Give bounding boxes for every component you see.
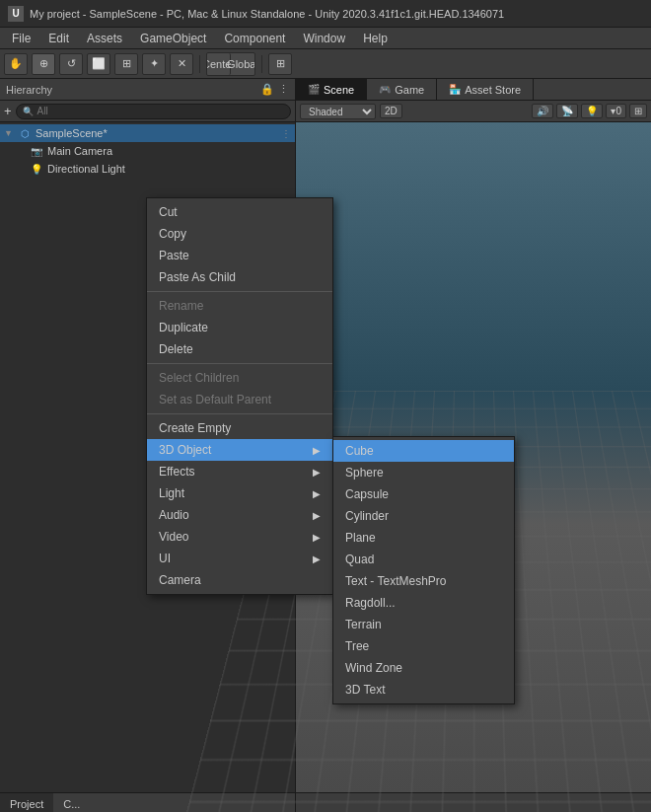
ctx-separator-1 (147, 291, 332, 292)
tree-item-maincamera[interactable]: 📷 Main Camera (0, 142, 295, 160)
ctx-effects-arrow: ▶ (313, 467, 321, 478)
view-toolbar: Shaded Wireframe 2D 🔊 📡 💡 ▾0 ⊞ (296, 101, 651, 122)
sub-cube[interactable]: Cube (333, 440, 514, 462)
hand-tool-button[interactable]: ✋ (4, 53, 28, 75)
gizmos-toggle[interactable]: 💡 (581, 104, 603, 118)
toolbar: ✋ ⊕ ↺ ⬜ ⊞ ✦ ✕ Center Global ⊞ (0, 49, 651, 79)
stats-count[interactable]: ▾0 (606, 104, 626, 118)
sub-3d-text[interactable]: 3D Text (333, 679, 514, 701)
hierarchy-header: Hierarchy 🔒 ⋮ (0, 79, 295, 101)
ctx-3d-object-arrow: ▶ (313, 445, 321, 456)
menu-bar: File Edit Assets GameObject Component Wi… (0, 28, 651, 49)
tab-asset-store[interactable]: 🏪 Asset Store (437, 79, 534, 101)
rect-tool-button[interactable]: ⊞ (114, 53, 138, 75)
tab-game[interactable]: 🎮 Game (367, 79, 437, 101)
sub-sphere[interactable]: Sphere (333, 462, 514, 483)
tree-item-samplescene[interactable]: ▼ ⬡ SampleScene* ⋮ (0, 124, 295, 142)
grid-button[interactable]: ⊞ (268, 53, 292, 75)
shading-select[interactable]: Shaded Wireframe (300, 104, 376, 119)
title-bar: U My project - SampleScene - PC, Mac & L… (0, 0, 651, 28)
move-tool-button[interactable]: ⊕ (32, 53, 55, 75)
scene-label: SampleScene* (36, 127, 108, 139)
toolbar-divider-2 (261, 55, 262, 73)
center-global-group: Center Global (206, 52, 255, 76)
title-text: My project - SampleScene - PC, Mac & Lin… (30, 8, 504, 20)
ctx-audio-arrow: ▶ (313, 510, 321, 521)
tab-scene[interactable]: 🎬 Scene (296, 79, 367, 101)
ctx-duplicate[interactable]: Duplicate (147, 317, 332, 338)
ctx-paste-as-child[interactable]: Paste As Child (147, 266, 332, 288)
ctx-ui[interactable]: UI ▶ (147, 548, 332, 569)
ctx-audio[interactable]: Audio ▶ (147, 504, 332, 526)
sub-capsule[interactable]: Capsule (333, 483, 514, 505)
ctx-light[interactable]: Light ▶ (147, 482, 332, 504)
sub-cylinder[interactable]: Cylinder (333, 505, 514, 527)
ctx-camera[interactable]: Camera (147, 569, 332, 591)
ctx-copy[interactable]: Copy (147, 223, 332, 245)
audio-toggle[interactable]: 🔊 (532, 104, 553, 118)
sub-terrain[interactable]: Terrain (333, 614, 514, 635)
menu-gameobject[interactable]: GameObject (132, 30, 214, 47)
sub-plane[interactable]: Plane (333, 527, 514, 549)
global-button[interactable]: Global (231, 53, 254, 75)
ctx-light-arrow: ▶ (313, 488, 321, 499)
ctx-3d-object[interactable]: 3D Object ▶ (147, 439, 332, 461)
menu-help[interactable]: Help (355, 30, 396, 47)
add-hierarchy-button[interactable]: + (4, 104, 12, 118)
ctx-effects[interactable]: Effects ▶ (147, 461, 332, 482)
menu-edit[interactable]: Edit (40, 30, 77, 47)
hierarchy-menu-icon[interactable]: ⋮ (278, 83, 289, 96)
sub-wind-zone[interactable]: Wind Zone (333, 657, 514, 679)
ctx-set-default-parent: Set as Default Parent (147, 389, 332, 410)
sub-textmeshpro[interactable]: Text - TextMeshPro (333, 570, 514, 592)
camera-icon: 📷 (30, 144, 43, 158)
ctx-create-empty[interactable]: Create Empty (147, 417, 332, 439)
scene-icon: ⬡ (18, 126, 32, 140)
rotate-tool-button[interactable]: ↺ (59, 53, 83, 75)
light-icon: 💡 (30, 162, 43, 176)
ctx-separator-2 (147, 363, 332, 364)
menu-component[interactable]: Component (216, 30, 293, 47)
scale-tool-button[interactable]: ⬜ (87, 53, 110, 75)
ctx-select-children: Select Children (147, 367, 332, 389)
ctx-separator-3 (147, 413, 332, 414)
hierarchy-search[interactable]: 🔍 All (16, 104, 291, 119)
toolbar-divider-1 (199, 55, 200, 73)
menu-file[interactable]: File (4, 30, 38, 47)
ctx-rename: Rename (147, 295, 332, 317)
2d-button[interactable]: 2D (380, 104, 402, 118)
ctx-video-arrow: ▶ (313, 532, 321, 543)
transform-tool-button[interactable]: ✦ (142, 53, 166, 75)
view-tabs: 🎬 Scene 🎮 Game 🏪 Asset Store (296, 79, 651, 101)
ctx-ui-arrow: ▶ (313, 554, 321, 564)
ctx-cut[interactable]: Cut (147, 201, 332, 223)
menu-window[interactable]: Window (295, 30, 353, 47)
ctx-delete[interactable]: Delete (147, 338, 332, 360)
menu-assets[interactable]: Assets (79, 30, 130, 47)
lock-icon[interactable]: 🔒 (260, 83, 274, 96)
context-menu: Cut Copy Paste Paste As Child Rename Dup… (146, 197, 333, 595)
camera-label: Main Camera (47, 145, 112, 157)
sub-quad[interactable]: Quad (333, 549, 514, 570)
submenu-3d-object: Cube Sphere Capsule Cylinder Plane Quad … (332, 436, 515, 704)
effects-toggle[interactable]: 📡 (556, 104, 578, 118)
ctx-paste[interactable]: Paste (147, 245, 332, 266)
light-label: Directional Light (47, 163, 125, 175)
grid-view-toggle[interactable]: ⊞ (629, 104, 647, 118)
unity-icon: U (8, 6, 24, 22)
tree-item-directionallight[interactable]: 💡 Directional Light (0, 160, 295, 178)
sub-ragdoll[interactable]: Ragdoll... (333, 592, 514, 614)
hierarchy-title: Hierarchy (6, 84, 52, 96)
ctx-video[interactable]: Video ▶ (147, 526, 332, 548)
scene-arrow: ▼ (4, 128, 16, 138)
tab-console[interactable]: C... (53, 793, 90, 813)
sub-tree[interactable]: Tree (333, 635, 514, 657)
custom-tool-button[interactable]: ✕ (170, 53, 193, 75)
tab-project[interactable]: Project (0, 793, 53, 813)
hierarchy-toolbar: + 🔍 All (0, 101, 295, 122)
scene-menu[interactable]: ⋮ (281, 128, 291, 139)
